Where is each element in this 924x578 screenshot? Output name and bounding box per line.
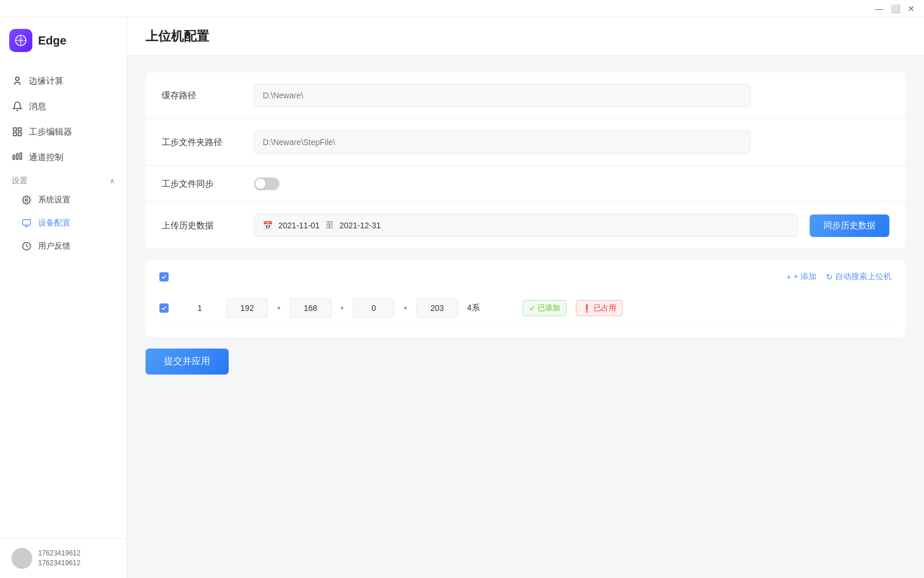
add-icon: +	[787, 272, 791, 281]
config-form: 缓存路径 工步文件夹路径 工步文件同步 上传历史数据 📅	[146, 72, 906, 249]
sidebar-item-device-config[interactable]: 设备配置	[0, 212, 126, 235]
close-button[interactable]: ✕	[903, 1, 919, 17]
sidebar-item-system-settings[interactable]: 系统设置	[0, 188, 126, 212]
channels-icon	[12, 151, 23, 163]
ip-segment-4[interactable]	[416, 298, 458, 318]
auto-search-label: 自动搜索上位机	[835, 272, 892, 282]
date-separator: 至	[326, 220, 334, 231]
svg-rect-4	[13, 133, 16, 136]
svg-point-9	[25, 199, 28, 201]
grid-icon	[12, 126, 23, 138]
user-name-line2: 17623419612	[38, 558, 80, 568]
status-badge-occupied: ❗ 已占用	[576, 300, 623, 316]
auto-search-link[interactable]: ↻ 自动搜索上位机	[826, 272, 892, 282]
clock-icon	[21, 240, 32, 252]
bell-icon	[12, 101, 23, 112]
sidebar-label-edge-computing: 边缘计算	[29, 76, 64, 87]
occupied-label: 已占用	[594, 303, 616, 313]
sidebar-header: Edge	[0, 17, 126, 64]
sync-history-button[interactable]: 同步历史数据	[810, 214, 889, 237]
ip-segment-2[interactable]	[290, 298, 331, 318]
settings-section-header[interactable]: 设置 ∧	[0, 170, 126, 188]
ip-dot-3: •	[404, 303, 407, 313]
chevron-up-icon: ∧	[110, 177, 115, 185]
main-content: 上位机配置 缓存路径 工步文件夹路径 工步文件同步	[127, 17, 924, 578]
sidebar-item-edge-computing[interactable]: 边缘计算	[0, 68, 126, 94]
ip-segment-3[interactable]	[353, 298, 394, 318]
sidebar-label-device-config: 设备配置	[38, 218, 70, 228]
warning-icon: ❗	[582, 304, 591, 313]
step-sync-label: 工步文件同步	[162, 179, 243, 190]
svg-rect-5	[18, 133, 21, 136]
device-toolbar: + + 添加 ↻ 自动搜索上位机	[159, 272, 892, 282]
user-name-line1: 17623419612	[38, 549, 80, 558]
ip-segment-1[interactable]	[226, 298, 268, 318]
select-all-checkbox[interactable]	[159, 272, 169, 281]
cache-path-input[interactable]	[254, 84, 751, 107]
calendar-icon: 📅	[263, 221, 273, 230]
page-content: 缓存路径 工步文件夹路径 工步文件同步 上传历史数据 📅	[127, 56, 924, 578]
refresh-icon: ↻	[826, 272, 833, 281]
sidebar-label-system-settings: 系统设置	[38, 195, 70, 205]
maximize-button[interactable]: ⬜	[887, 1, 903, 17]
upload-history-row: 上传历史数据 📅 2021-11-01 至 2021-12-31 同步历史数据	[146, 202, 906, 249]
sidebar-label-step-editor: 工步编辑器	[29, 127, 72, 138]
svg-rect-3	[18, 128, 21, 131]
settings-label: 设置	[12, 176, 28, 186]
sidebar-item-user-feedback[interactable]: 用户反馈	[0, 235, 126, 258]
step-folder-label: 工步文件夹路径	[162, 137, 243, 148]
table-row: 1 • • • 4系 ✓ 已添加 ❗ 已占用	[159, 291, 892, 325]
added-label: 已添加	[538, 303, 560, 313]
device-type: 4系	[467, 303, 513, 313]
sidebar: Edge 边缘计算 消息	[0, 17, 127, 578]
person-icon	[12, 75, 23, 87]
cache-path-label: 缓存路径	[162, 90, 243, 101]
status-badge-added: ✓ 已添加	[523, 300, 567, 316]
sidebar-label-messages: 消息	[29, 101, 46, 112]
sidebar-label-channel-control: 通道控制	[29, 152, 64, 163]
svg-rect-2	[13, 128, 16, 131]
sidebar-nav: 边缘计算 消息 工步编辑器	[0, 64, 126, 538]
svg-rect-6	[13, 155, 15, 160]
page-title: 上位机配置	[146, 28, 906, 45]
device-section: + + 添加 ↻ 自动搜索上位机	[146, 260, 906, 337]
upload-history-label: 上传历史数据	[162, 220, 243, 231]
svg-point-1	[16, 77, 19, 80]
cache-path-row: 缓存路径	[146, 72, 906, 119]
sidebar-item-step-editor[interactable]: 工步编辑器	[0, 119, 126, 144]
monitor-icon	[21, 217, 32, 229]
minimize-button[interactable]: —	[871, 1, 887, 17]
row-checkbox[interactable]	[159, 303, 169, 313]
step-sync-row: 工步文件同步	[146, 166, 906, 202]
user-info: 17623419612 17623419612	[38, 549, 80, 568]
check-icon: ✓	[529, 304, 535, 313]
svg-rect-7	[17, 154, 18, 160]
step-sync-toggle[interactable]	[254, 177, 280, 190]
step-folder-input[interactable]	[254, 131, 751, 154]
sidebar-footer: 17623419612 17623419612	[0, 538, 126, 578]
ip-dot-1: •	[277, 303, 281, 313]
add-label: + 添加	[793, 272, 817, 282]
date-start: 2021-11-01	[278, 221, 320, 230]
gear-icon	[21, 194, 32, 206]
sidebar-item-messages[interactable]: 消息	[0, 94, 126, 119]
row-checkbox-cell	[159, 303, 173, 313]
svg-rect-8	[20, 153, 22, 160]
device-actions: + + 添加 ↻ 自动搜索上位机	[787, 272, 892, 282]
step-folder-row: 工步文件夹路径	[146, 119, 906, 166]
avatar	[12, 548, 32, 569]
submit-button[interactable]: 提交并应用	[146, 349, 229, 375]
date-end: 2021-12-31	[340, 221, 381, 230]
app-name: Edge	[38, 34, 66, 47]
row-number: 1	[182, 303, 217, 313]
app-logo	[9, 29, 32, 52]
ip-dot-2: •	[341, 303, 344, 313]
sidebar-item-channel-control[interactable]: 通道控制	[0, 144, 126, 170]
add-device-link[interactable]: + + 添加	[787, 272, 817, 282]
sidebar-label-user-feedback: 用户反馈	[38, 241, 70, 251]
page-header: 上位机配置	[127, 17, 924, 56]
date-range-input[interactable]: 📅 2021-11-01 至 2021-12-31	[254, 214, 798, 237]
titlebar: — ⬜ ✕	[0, 0, 924, 17]
svg-rect-10	[23, 220, 30, 225]
